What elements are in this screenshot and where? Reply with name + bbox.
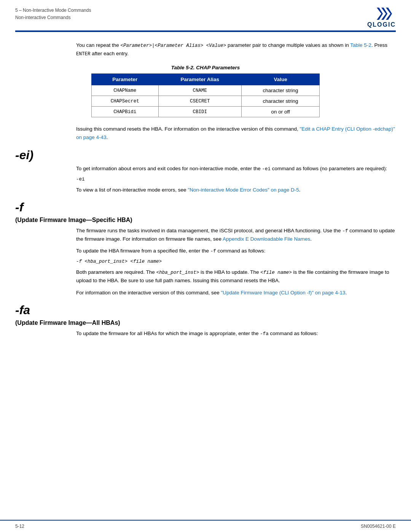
row1-param: CHAPName [92,85,159,96]
f-para1: The firmware runs the tasks involved in … [76,227,396,243]
intro-text1: You can repeat the [76,42,121,48]
ei-para2-text1: To view a list of non-interactive mode e… [76,187,188,193]
f-para2-mono: -f [210,249,216,254]
page-footer: 5-12 SN0054621-00 E [0,520,411,532]
update-firmware-link[interactable]: "Update Firmware Image (CLI Option -f)" … [221,290,345,296]
row2-param: CHAPSecret [92,96,159,107]
footer-page-number: 5-12 [15,524,24,529]
ei-code: -ei [76,177,396,182]
row3-value: on or off [242,107,320,117]
row1-alias: CNAME [158,85,242,96]
f-para2-text1: To update the HBA firmware from a specif… [76,248,210,254]
header-line2: Non-interactive Commands [15,14,91,21]
page-content: You can repeat the <Parameter>|<Paramete… [0,32,411,351]
intro-text2: parameter pair to change multiple values… [226,42,350,48]
company-logo: QLOGIC [367,7,396,28]
header-line1: 5 – Non-Interactive Mode Commands [15,7,91,14]
post-table-para: Issuing this command resets the HBA. For… [76,125,396,141]
footer-doc-number: SN0054621-00 E [361,524,396,529]
row3-alias: CBIDI [158,107,242,117]
header-breadcrumb: 5 – Non-Interactive Mode Commands Non-in… [15,7,91,21]
f-para1-text3: . [310,236,312,242]
fa-para1: To update the firmware for all HBAs for … [76,329,396,338]
section-ei: -ei) To get information about errors and… [15,148,396,194]
table-row: CHAPBidi CBIDI on or off [92,107,320,117]
f-para4: For information on the interactive versi… [76,289,396,297]
f-para3-text1: Both parameters are required. The [76,269,156,275]
section-f: -f (Update Firmware Image—Specific HBA) … [15,200,396,297]
f-subheading: (Update Firmware Image—Specific HBA) [15,217,396,224]
error-codes-link[interactable]: "Non-interactive Mode Error Codes" on pa… [188,187,299,193]
post-table-text1: Issuing this command resets the HBA. For… [76,126,300,132]
intro-param: <Parameter>|<Parameter Alias> <Value> [121,43,226,48]
section-fa: -fa (Update Firmware Image—All HBAs) To … [15,303,396,338]
post-table-text2: . [107,134,108,140]
ei-para2-text2: . [299,187,301,193]
fa-subheading: (Update Firmware Image—All HBAs) [15,320,396,326]
f-heading: -f [15,200,396,214]
row2-alias: CSECRET [158,96,242,107]
f-para2-text2: command as follows: [216,248,266,254]
page-header: 5 – Non-Interactive Mode Commands Non-in… [0,0,411,28]
row2-value: character string [242,96,320,107]
f-para3-mono2: <file name> [260,270,292,275]
table-row: CHAPName CNAME character string [92,85,320,96]
chap-table-container: Table 5-2. CHAP Parameters Parameter Par… [91,65,320,117]
intro-text4: after each entry. [91,51,129,56]
table-row: CHAPSecret CSECRET character string [92,96,320,107]
col-value: Value [242,74,320,85]
row3-param: CHAPBidi [92,107,159,117]
ei-para1-mono: -ei [262,166,271,172]
chap-table: Parameter Parameter Alias Value CHAPName… [91,73,320,117]
ei-para1-text2: command as follows (no parameters are re… [271,166,387,171]
ei-heading: -ei) [15,148,396,162]
f-para1-mono: -f [342,228,348,234]
fa-para1-text2: command as follows: [269,331,318,336]
appendix-e-link[interactable]: Appendix E Downloadable File Names [223,236,310,242]
table-header-row: Parameter Parameter Alias Value [92,74,320,85]
table-caption: Table 5-2. CHAP Parameters [91,65,320,70]
f-para1-text1: The firmware runs the tasks involved in … [76,228,342,233]
f-para3-mono1: <hba_port_inst> [156,270,199,275]
table-link[interactable]: Table 5-2 [350,42,371,48]
f-para3: Both parameters are required. The <hba_p… [76,268,396,285]
svg-marker-0 [377,8,383,20]
ei-para2: To view a list of non-interactive mode e… [76,186,396,194]
f-para3-text2: is the HBA to update. The [199,269,260,275]
ei-para1-text1: To get information about errors and exit… [76,166,262,171]
qlogic-logo-text: QLOGIC [367,21,396,28]
enter-mono: ENTER [76,51,91,57]
fa-heading: -fa [15,303,396,317]
intro-text3: . Press [371,42,387,48]
intro-paragraph: You can repeat the <Parameter>|<Paramete… [76,41,396,58]
f-para4-text1: For information on the interactive versi… [76,290,221,296]
col-parameter: Parameter [92,74,159,85]
col-parameter-alias: Parameter Alias [158,74,242,85]
row1-value: character string [242,85,320,96]
f-para2: To update the HBA firmware from a specif… [76,247,396,255]
fa-para1-mono: -fa [260,331,269,337]
f-para4-text2: . [345,290,347,296]
fa-para1-text1: To update the firmware for all HBAs for … [76,331,260,336]
qlogic-logo-icon [376,7,396,21]
ei-para1: To get information about errors and exit… [76,165,396,173]
f-code: -f <hba_port_inst> <file name> [76,259,396,264]
